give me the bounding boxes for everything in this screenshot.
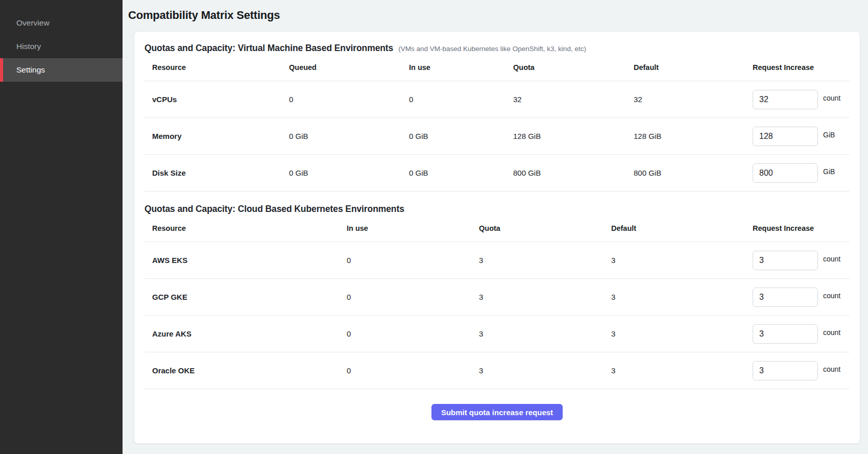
- resource-name: GCP GKE: [144, 293, 339, 301]
- queued-value: 0 GiB: [281, 132, 401, 140]
- resource-name: Oracle OKE: [144, 366, 339, 375]
- in-use-value: 0: [339, 329, 471, 338]
- resource-name: AWS EKS: [144, 256, 339, 265]
- col-header-queued: Queued: [281, 63, 401, 71]
- sidebar: Overview History Settings: [0, 0, 123, 454]
- default-value: 3: [604, 256, 745, 265]
- sidebar-item-settings[interactable]: Settings: [0, 58, 123, 82]
- in-use-value: 0 GiB: [401, 132, 505, 140]
- request-increase-input[interactable]: [753, 324, 818, 344]
- vm-section-subtitle: (VMs and VM-based Kubernetes like OpenSh…: [398, 45, 586, 53]
- request-increase-cell: count: [745, 251, 850, 270]
- vm-section-header: Quotas and Capacity: Virtual Machine Bas…: [144, 43, 850, 54]
- quota-value: 32: [505, 95, 626, 104]
- request-increase-cell: GiB: [745, 163, 850, 183]
- request-increase-input[interactable]: [753, 163, 818, 183]
- col-header-in-use: In use: [401, 63, 505, 71]
- quota-value: 800 GiB: [505, 169, 626, 177]
- request-increase-input[interactable]: [753, 90, 818, 109]
- default-value: 800 GiB: [626, 169, 745, 177]
- default-value: 3: [604, 366, 745, 375]
- unit-label: GiB: [823, 168, 835, 176]
- request-increase-cell: count: [745, 361, 850, 380]
- col-header-in-use: In use: [339, 224, 471, 232]
- unit-label: GiB: [823, 131, 835, 139]
- request-increase-cell: count: [745, 90, 850, 109]
- default-value: 3: [604, 329, 745, 338]
- sidebar-item-label: Settings: [16, 65, 45, 74]
- request-increase-input[interactable]: [753, 361, 818, 380]
- col-header-resource: Resource: [144, 224, 339, 232]
- vm-section-title: Quotas and Capacity: Virtual Machine Bas…: [144, 43, 393, 54]
- resource-name: Memory: [144, 132, 281, 140]
- table-row-memory: Memory 0 GiB 0 GiB 128 GiB 128 GiB GiB: [144, 118, 850, 155]
- in-use-value: 0: [339, 293, 471, 301]
- quota-value: 3: [471, 366, 604, 375]
- resource-name: Disk Size: [144, 169, 281, 177]
- sidebar-item-history[interactable]: History: [0, 35, 123, 58]
- col-header-quota: Quota: [471, 224, 604, 232]
- vm-table-header: Resource Queued In use Quota Default Req…: [144, 54, 850, 81]
- cloud-table-header: Resource In use Quota Default Request In…: [144, 214, 850, 242]
- resource-name: Azure AKS: [144, 329, 339, 338]
- sidebar-item-label: History: [16, 42, 41, 51]
- quota-value: 3: [471, 329, 604, 338]
- table-row-gcp-gke: GCP GKE 0 3 3 count: [144, 279, 850, 316]
- in-use-value: 0: [339, 366, 471, 375]
- queued-value: 0: [281, 95, 401, 104]
- request-increase-input[interactable]: [753, 288, 818, 307]
- table-row-aws-eks: AWS EKS 0 3 3 count: [144, 242, 850, 279]
- col-header-request-increase: Request Increase: [745, 224, 850, 232]
- request-increase-cell: GiB: [745, 127, 850, 146]
- request-increase-input[interactable]: [753, 127, 818, 146]
- quota-value: 3: [471, 256, 604, 265]
- col-header-resource: Resource: [144, 63, 281, 71]
- table-row-oracle-oke: Oracle OKE 0 3 3 count: [144, 352, 850, 389]
- table-row-vcpus: vCPUs 0 0 32 32 count: [144, 81, 850, 118]
- unit-label: count: [823, 292, 840, 300]
- request-increase-input[interactable]: [753, 251, 818, 270]
- default-value: 128 GiB: [626, 132, 745, 140]
- table-row-azure-aks: Azure AKS 0 3 3 count: [144, 316, 850, 352]
- unit-label: count: [823, 328, 840, 337]
- page-title: Compatibility Matrix Settings: [128, 9, 860, 22]
- unit-label: count: [823, 365, 840, 373]
- resource-name: vCPUs: [144, 95, 281, 104]
- unit-label: count: [823, 94, 840, 102]
- request-increase-cell: count: [745, 324, 850, 344]
- submit-quota-increase-button[interactable]: Submit quota increase request: [431, 404, 563, 420]
- settings-card: Quotas and Capacity: Virtual Machine Bas…: [134, 31, 860, 444]
- default-value: 32: [626, 95, 745, 104]
- col-header-default: Default: [604, 224, 745, 232]
- cloud-section-header: Quotas and Capacity: Cloud Based Kuberne…: [144, 204, 850, 214]
- submit-row: Submit quota increase request: [144, 389, 850, 420]
- sidebar-item-label: Overview: [16, 18, 50, 27]
- in-use-value: 0: [401, 95, 505, 104]
- in-use-value: 0 GiB: [401, 169, 505, 177]
- col-header-quota: Quota: [505, 63, 626, 71]
- queued-value: 0 GiB: [281, 169, 401, 177]
- col-header-request-increase: Request Increase: [745, 63, 850, 71]
- request-increase-cell: count: [745, 288, 850, 307]
- cloud-section-title: Quotas and Capacity: Cloud Based Kuberne…: [144, 204, 404, 214]
- default-value: 3: [604, 293, 745, 301]
- in-use-value: 0: [339, 256, 471, 265]
- table-row-disk-size: Disk Size 0 GiB 0 GiB 800 GiB 800 GiB Gi…: [144, 155, 850, 192]
- col-header-default: Default: [626, 63, 745, 71]
- quota-value: 3: [471, 293, 604, 301]
- unit-label: count: [823, 255, 840, 263]
- main-content: Compatibility Matrix Settings Quotas and…: [123, 0, 868, 454]
- sidebar-item-overview[interactable]: Overview: [0, 11, 123, 35]
- quota-value: 128 GiB: [505, 132, 626, 140]
